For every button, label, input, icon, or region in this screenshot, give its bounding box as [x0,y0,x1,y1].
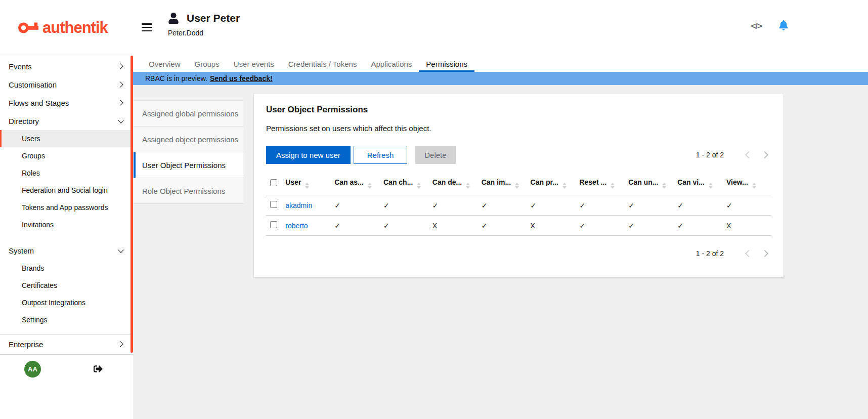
user-icon [168,13,179,24]
tab-overview[interactable]: Overview [142,56,188,72]
sort-icon[interactable] [305,183,309,189]
sidebar-item-certificates[interactable]: Certificates [0,277,133,294]
pagination-prev-button[interactable] [742,248,753,259]
sidebar-item-federation[interactable]: Federation and Social login [0,182,133,199]
permission-cell: ✓ [575,216,624,236]
pagination-prev-button[interactable] [742,149,753,160]
sort-icon[interactable] [752,183,756,189]
column-label: View... [726,178,748,186]
page-header: User Peter Peter.Dodd </> [133,0,868,56]
authentik-logo[interactable]: authentik [18,19,108,37]
column-label: Can im... [482,178,511,186]
sidebar-item-customisation[interactable]: Customisation [0,75,133,94]
sidebar-item-label: Outpost Integrations [22,299,85,307]
sidebar-item-enterprise[interactable]: Enterprise [0,335,133,353]
column-header-can-pr: Can pr... [527,172,576,195]
logo-area: authentik [0,0,133,56]
row-checkbox[interactable] [270,201,277,208]
sort-icon[interactable] [417,183,421,189]
pagination-next-button[interactable] [760,248,771,259]
sidebar-item-label: Certificates [22,281,57,289]
sort-icon[interactable] [562,183,567,189]
sort-icon[interactable] [515,183,519,189]
sort-icon[interactable] [662,183,666,189]
sort-icon[interactable] [611,183,615,189]
toolbar: Assign to new user Refresh Delete 1 - 2 … [266,146,771,164]
hamburger-menu-icon[interactable] [142,23,152,31]
sidebar-item-directory[interactable]: Directory [0,112,133,130]
banner-text: RBAC is in preview. [145,74,207,82]
sidebar-item-label: Events [9,62,32,71]
vtab-label: User Object Permissions [142,161,226,170]
sort-icon[interactable] [368,183,372,189]
vtab-label: Assigned object permissions [142,135,238,144]
pagination-next-button[interactable] [760,149,771,160]
sidebar-item-groups[interactable]: Groups [0,147,133,164]
sidebar-item-brands[interactable]: Brands [0,260,133,277]
page-subtitle: Peter.Dodd [168,29,240,37]
tab-label: Groups [195,60,220,68]
api-code-icon[interactable]: </> [751,21,762,31]
pagination-bottom: 1 - 2 of 2 [696,248,771,259]
feedback-link[interactable]: Send us feedback! [210,74,273,82]
sidebar-item-label: Flows and Stages [9,99,69,107]
column-header-can-as: Can as... [330,172,379,195]
sort-icon[interactable] [709,183,713,189]
sidebar-item-tokens[interactable]: Tokens and App passwords [0,199,133,216]
user-link[interactable]: roberto [285,222,308,230]
tab-user-events[interactable]: User events [227,56,281,72]
permission-cell: X [527,216,576,236]
sidebar-item-label: Invitations [22,221,54,229]
vtab-assigned-object-permissions[interactable]: Assigned object permissions [134,127,243,152]
authentik-logo-icon [18,20,39,35]
sidebar-scrollbar[interactable] [131,56,133,353]
table-header-row: User Can as... Can ch... Can de... Can i… [266,172,771,195]
user-link[interactable]: akadmin [285,201,312,210]
notifications-bell-icon[interactable] [779,20,788,32]
refresh-button[interactable]: Refresh [354,146,408,164]
sidebar-item-invitations[interactable]: Invitations [0,216,133,233]
vtab-user-object-permissions[interactable]: User Object Permissions [134,152,243,178]
sidebar-item-flows-and-stages[interactable]: Flows and Stages [0,94,133,112]
tab-permissions[interactable]: Permissions [419,56,474,72]
permission-cell: ✓ [379,195,428,216]
avatar[interactable]: AA [24,361,41,378]
sidebar-item-outpost-integrations[interactable]: Outpost Integrations [0,294,133,311]
permission-cell: ✓ [379,216,428,236]
panel-description: Permissions set on users which affect th… [266,124,771,133]
tab-bar: Overview Groups User events Credentials … [133,56,868,72]
sidebar-item-events[interactable]: Events [0,57,133,75]
delete-button[interactable]: Delete [415,146,455,164]
permission-cell: ✓ [624,216,673,236]
column-label: Can un... [628,178,658,186]
sidebar-item-label: Directory [9,117,39,125]
tab-applications[interactable]: Applications [364,56,419,72]
chevron-right-icon [118,341,124,347]
sidebar-item-roles[interactable]: Roles [0,164,133,182]
column-label: Can pr... [531,178,558,186]
vtab-assigned-global-permissions[interactable]: Assigned global permissions [134,101,243,127]
title-block: User Peter Peter.Dodd [168,12,240,37]
sidebar-item-system[interactable]: System [0,241,133,260]
user-object-permissions-panel: User Object Permissions Permissions set … [254,94,784,277]
chevron-right-icon [118,63,124,69]
user-cell: roberto [281,216,330,236]
logout-icon[interactable] [93,364,103,375]
panel-title: User Object Permissions [266,105,771,115]
sidebar-item-settings[interactable]: Settings [0,311,133,328]
sort-icon[interactable] [466,183,470,189]
sidebar-item-users[interactable]: Users [0,130,133,147]
sidebar-item-label: Settings [22,316,48,324]
tab-groups[interactable]: Groups [188,56,227,72]
chevron-right-icon [118,100,124,106]
authentik-logo-text: authentik [42,19,108,37]
permissions-table: User Can as... Can ch... Can de... Can i… [266,172,771,236]
row-checkbox[interactable] [270,221,277,228]
select-all-checkbox[interactable] [270,179,277,186]
permission-cell: ✓ [478,195,527,216]
assign-to-new-user-button[interactable]: Assign to new user [266,146,351,164]
permission-cell: ✓ [330,195,379,216]
vtab-role-object-permissions[interactable]: Role Object Permissions [134,178,243,204]
tab-credentials-tokens[interactable]: Credentials / Tokens [281,56,364,72]
column-label: Reset ... [579,178,606,186]
